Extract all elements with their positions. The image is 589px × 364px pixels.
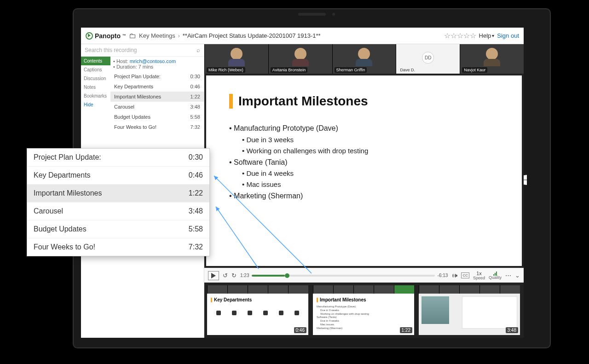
contents-body: • Host: mrich@contoso.com • Duration: 7 … — [110, 57, 204, 132]
more-icon[interactable]: ⋯ — [505, 272, 511, 279]
breadcrumb-title[interactable]: **AirCam Project Status Update-20201007 … — [183, 32, 321, 39]
side-tabs: Contents Captions Discussion Notes Bookm… — [81, 57, 110, 132]
tab-discussion[interactable]: Discussion — [81, 74, 110, 83]
participant-tile[interactable]: DDDave D. — [396, 44, 460, 74]
participant-tile[interactable]: Navjot Kaur — [460, 44, 524, 74]
chapter-row[interactable]: Carousel3:48 — [110, 102, 204, 112]
chapter-row[interactable]: Key Departments0:46 — [110, 81, 204, 92]
brand-text: Panopto — [95, 32, 121, 40]
rewind-10-icon[interactable]: ↺ — [223, 272, 228, 279]
main-panel: Mike Rich (Webex) Avitania Bronstein She… — [204, 44, 524, 338]
seek-bar[interactable] — [252, 275, 434, 277]
cc-button[interactable]: CC — [461, 272, 469, 278]
thumbnails-row: Key Departments 0:46 Important Milestone… — [204, 283, 524, 338]
rating-stars[interactable]: ☆☆☆☆☆ — [444, 31, 476, 40]
callout-row[interactable]: Project Plan Update:0:30 — [27, 149, 209, 167]
slide-subbullet: Due in 4 weeks — [242, 168, 499, 179]
participant-tile[interactable]: Sherman Griffin — [332, 44, 396, 74]
volume-icon[interactable]: 🕪 — [451, 272, 457, 279]
slide-bullet: Software (Tania) — [229, 156, 499, 168]
avatar-initials: DD — [422, 52, 434, 64]
tab-bookmarks[interactable]: Bookmarks — [81, 92, 110, 100]
callout-row[interactable]: Four Weeks to Go!7:32 — [27, 238, 209, 256]
help-menu[interactable]: Help ▾ — [479, 32, 495, 39]
thumbnail-card[interactable]: 3:48 — [419, 285, 520, 335]
thumbnail-card[interactable]: Key Departments 0:46 — [207, 285, 308, 335]
app-header: Panopto™ 🗀 Key Meetings › **AirCam Proje… — [81, 28, 524, 44]
slide-subbullet: Due in 3 weeks — [242, 134, 499, 145]
forward-10-icon[interactable]: ↻ — [231, 272, 237, 279]
host-email[interactable]: mrich@contoso.com — [130, 58, 176, 64]
chevron-right-icon: › — [178, 33, 180, 39]
accent-bar — [229, 94, 233, 109]
play-button[interactable] — [208, 271, 219, 280]
thumbnail-card[interactable]: Important Milestones Manufacturing Proto… — [313, 285, 414, 335]
participants-strip: Mike Rich (Webex) Avitania Bronstein She… — [204, 44, 524, 74]
slide-subbullet: Working on challenges with drop testing — [242, 145, 499, 156]
chapter-row[interactable]: Four Weeks to Go!7:32 — [110, 122, 204, 132]
panopto-logo[interactable]: Panopto™ — [86, 32, 126, 40]
slide-subbullet: Mac issues — [242, 179, 499, 190]
folder-icon[interactable]: 🗀 — [129, 32, 136, 40]
tab-captions[interactable]: Captions — [81, 65, 110, 74]
slide-bullet: Marketing (Sherman) — [229, 190, 499, 202]
player-controls: ↺ ↻ 1:23 -6:13 🕪 CC 1xSpeed Quality ⋯ ⌄ — [204, 268, 524, 283]
search-input[interactable] — [81, 44, 204, 56]
search-box[interactable]: ⌕ — [81, 44, 204, 57]
quality-button[interactable]: Quality — [489, 271, 502, 280]
search-icon[interactable]: ⌕ — [196, 46, 200, 53]
tab-notes[interactable]: Notes — [81, 83, 110, 92]
chapter-row[interactable]: Budget Updates5:58 — [110, 112, 204, 122]
callout-row[interactable]: Key Departments0:46 — [27, 167, 209, 185]
participant-tile[interactable]: Avitania Bronstein — [268, 44, 332, 74]
chapters-callout: Project Plan Update:0:30 Key Departments… — [27, 148, 210, 256]
slide-area: Important Milestones Manufacturing Proto… — [206, 75, 522, 266]
slide-title: Important Milestones — [229, 94, 499, 109]
current-time: 1:23 — [240, 273, 249, 278]
remaining-time: -6:13 — [438, 273, 448, 278]
duration-line: • Duration: 7 mins — [110, 64, 204, 71]
callout-row[interactable]: Carousel3:48 — [27, 202, 209, 220]
host-line: • Host: mrich@contoso.com — [110, 57, 204, 64]
tablet-camera — [298, 13, 326, 16]
tab-hide[interactable]: Hide — [81, 100, 110, 109]
callout-row[interactable]: Budget Updates5:58 — [27, 220, 209, 238]
breadcrumb-folder[interactable]: Key Meetings — [139, 32, 175, 39]
callout-row[interactable]: Important Milestones1:22 — [27, 185, 209, 202]
chapter-row[interactable]: Important Milestones1:22 — [110, 92, 204, 102]
collapse-icon[interactable]: ⌄ — [515, 272, 520, 279]
chapter-row[interactable]: Project Plan Update:0:30 — [110, 71, 204, 81]
slide-bullet: Manufacturing Prototype (Dave) — [229, 122, 499, 134]
participant-tile[interactable]: Mike Rich (Webex) — [204, 44, 268, 74]
speed-button[interactable]: 1xSpeed — [473, 271, 485, 280]
tab-contents[interactable]: Contents — [81, 57, 110, 65]
sign-out-link[interactable]: Sign out — [497, 32, 519, 39]
